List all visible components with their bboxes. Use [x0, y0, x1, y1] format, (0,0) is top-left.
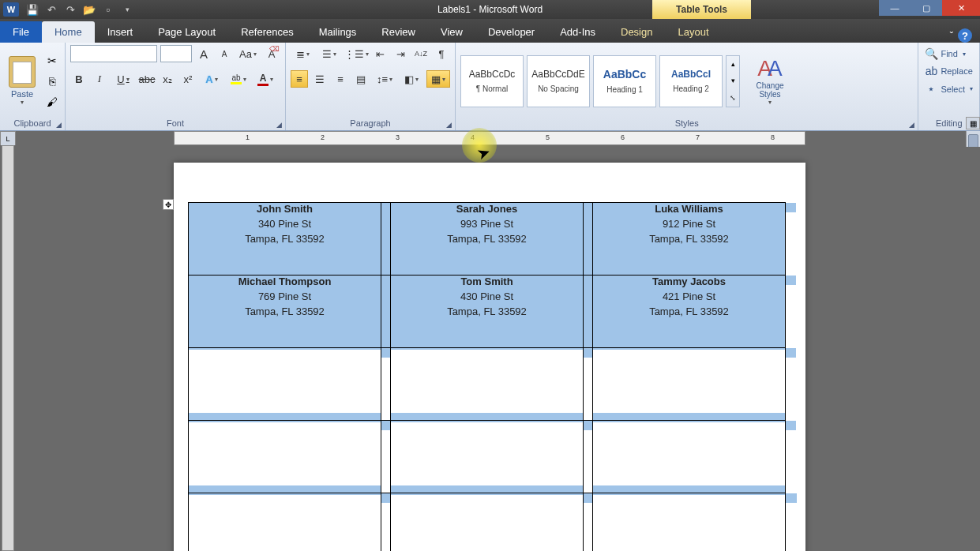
label-cell-empty[interactable] — [391, 421, 584, 493]
shrink-font-button[interactable]: A — [216, 45, 233, 62]
group-clipboard: Paste ▾ ✂ ⎘ 🖌 Clipboard ◢ — [0, 43, 66, 130]
superscript-button[interactable]: x² — [179, 70, 197, 88]
undo-icon[interactable]: ↶ — [44, 2, 58, 17]
tab-insert[interactable]: Insert — [95, 21, 146, 43]
label-cell[interactable]: Tom Smith 430 Pine St Tampa, FL 33592 — [391, 276, 584, 348]
copy-icon[interactable]: ⎘ — [44, 73, 60, 89]
table-move-handle-icon[interactable]: ✥ — [163, 199, 174, 210]
label-cell[interactable]: Luka Williams 912 Pine St Tampa, FL 3359… — [593, 203, 786, 276]
tab-review[interactable]: Review — [369, 21, 428, 43]
find-button[interactable]: 🔍Find▾ — [923, 45, 967, 62]
tab-file[interactable]: File — [0, 21, 42, 43]
replace-button[interactable]: abReplace — [923, 62, 974, 80]
styles-launcher-icon[interactable]: ◢ — [909, 121, 914, 129]
highlight-button[interactable]: ab — [227, 70, 250, 88]
label-cell-empty[interactable] — [189, 348, 381, 421]
title-bar: W 💾 ↶ ↷ 📂 ▫ ▾ Labels1 - Microsoft Word T… — [0, 0, 980, 19]
qat-more-icon[interactable]: ▾ — [120, 2, 134, 17]
label-cell[interactable]: Michael Thompson 769 Pine St Tampa, FL 3… — [189, 276, 381, 348]
style-no-spacing[interactable]: AaBbCcDdE No Spacing — [527, 55, 590, 107]
font-name-input[interactable] — [70, 45, 157, 62]
tab-page-layout[interactable]: Page Layout — [145, 21, 228, 43]
underline-button[interactable]: U — [111, 70, 135, 88]
label-cell-empty[interactable] — [593, 348, 786, 421]
show-marks-button[interactable]: ¶ — [433, 45, 450, 62]
maximize-button[interactable]: ▢ — [911, 0, 942, 16]
paragraph-launcher-icon[interactable]: ◢ — [446, 121, 452, 129]
clear-formatting-button[interactable]: A⌫ — [263, 45, 280, 62]
multilevel-button[interactable]: ⋮☰ — [344, 45, 368, 62]
tab-view[interactable]: View — [428, 21, 475, 43]
label-cell-empty[interactable] — [391, 493, 584, 552]
open-icon[interactable]: 📂 — [82, 2, 96, 17]
shading-button[interactable]: ◧ — [400, 70, 423, 88]
strikethrough-button[interactable]: abc — [138, 70, 156, 88]
label-cell[interactable]: Tammy Jacobs 421 Pine St Tampa, FL 33592 — [593, 276, 786, 348]
select-button[interactable]: ⭑Select▾ — [923, 80, 974, 98]
close-button[interactable]: ✕ — [942, 0, 980, 16]
bold-button[interactable]: B — [70, 70, 88, 88]
redo-icon[interactable]: ↷ — [63, 2, 77, 17]
tab-references[interactable]: References — [228, 21, 306, 43]
tab-developer[interactable]: Developer — [475, 21, 547, 43]
group-label-clipboard: Clipboard — [5, 117, 60, 129]
label-cell-empty[interactable] — [189, 493, 381, 552]
page[interactable]: ✥ John Smith 340 Pine St Tampa, FL 33592… — [174, 163, 805, 551]
label-cell-empty[interactable] — [189, 421, 381, 493]
save-icon[interactable]: 💾 — [25, 2, 39, 17]
italic-button[interactable]: I — [91, 70, 108, 88]
clipboard-launcher-icon[interactable]: ◢ — [56, 121, 62, 129]
tab-addins[interactable]: Add-Ins — [547, 21, 608, 43]
increase-indent-button[interactable]: ⇥ — [392, 45, 409, 62]
window-title: Labels1 - Microsoft Word — [437, 4, 543, 15]
change-styles-button[interactable]: AA Change Styles ▾ — [748, 56, 792, 106]
align-left-button[interactable]: ≡ — [291, 70, 308, 88]
minimize-ribbon-icon[interactable]: ˇ — [950, 30, 953, 42]
tab-home[interactable]: Home — [42, 21, 95, 43]
style-heading-2[interactable]: AaBbCcI Heading 2 — [659, 55, 723, 107]
line-spacing-button[interactable]: ↕≡ — [373, 70, 396, 88]
sort-button[interactable]: A↓Z — [412, 45, 430, 62]
change-case-button[interactable]: Aa — [236, 45, 260, 62]
ruler-track[interactable]: 1 2 3 4 5 6 7 8 — [174, 131, 805, 145]
bullets-button[interactable]: ≣ — [291, 45, 314, 62]
styles-gallery: AaBbCcDc ¶ Normal AaBbCcDdE No Spacing A… — [460, 55, 740, 107]
paste-button[interactable]: Paste ▾ — [5, 56, 39, 106]
font-launcher-icon[interactable]: ◢ — [276, 121, 282, 129]
tab-mailings[interactable]: Mailings — [306, 21, 370, 43]
justify-button[interactable]: ▤ — [352, 70, 370, 88]
minimize-button[interactable]: — — [879, 0, 911, 16]
label-cell-empty[interactable] — [593, 421, 786, 493]
label-cell-empty[interactable] — [593, 493, 786, 552]
text-effects-button[interactable]: A — [200, 70, 223, 88]
new-icon[interactable]: ▫ — [101, 2, 115, 17]
gallery-up-icon[interactable]: ▴ — [727, 56, 739, 73]
tab-layout[interactable]: Layout — [665, 21, 721, 43]
align-right-button[interactable]: ≡ — [332, 70, 349, 88]
group-label-styles: Styles — [460, 117, 913, 129]
tab-design[interactable]: Design — [608, 21, 665, 43]
label-cell[interactable]: John Smith 340 Pine St Tampa, FL 33592 — [189, 203, 381, 276]
labels-table[interactable]: John Smith 340 Pine St Tampa, FL 33592 S… — [188, 202, 797, 551]
grow-font-button[interactable]: A — [195, 45, 212, 62]
borders-button[interactable]: ▦ — [426, 70, 450, 88]
tab-selector[interactable]: L — [0, 131, 16, 147]
subscript-button[interactable]: x₂ — [159, 70, 176, 88]
numbering-button[interactable]: ☰ — [317, 45, 341, 62]
decrease-indent-button[interactable]: ⇤ — [371, 45, 389, 62]
align-center-button[interactable]: ☰ — [311, 70, 329, 88]
format-painter-icon[interactable]: 🖌 — [44, 94, 60, 110]
style-normal[interactable]: AaBbCcDc ¶ Normal — [460, 55, 524, 107]
font-size-input[interactable] — [160, 45, 192, 62]
label-cell-empty[interactable] — [391, 348, 584, 421]
cut-icon[interactable]: ✂ — [44, 53, 60, 69]
gallery-down-icon[interactable]: ▾ — [727, 73, 739, 89]
styles-gallery-scroller[interactable]: ▴ ▾ ⤡ — [726, 55, 740, 107]
gallery-more-icon[interactable]: ⤡ — [727, 89, 739, 106]
help-icon[interactable]: ? — [958, 28, 972, 43]
label-cell[interactable]: Sarah Jones 993 Pine St Tampa, FL 33592 — [391, 203, 584, 276]
font-color-button[interactable]: A — [253, 70, 277, 88]
contextual-tab-label: Table Tools — [652, 0, 751, 19]
ruler-toggle-icon[interactable]: ▦ — [966, 117, 980, 129]
style-heading-1[interactable]: AaBbCc Heading 1 — [593, 55, 656, 107]
